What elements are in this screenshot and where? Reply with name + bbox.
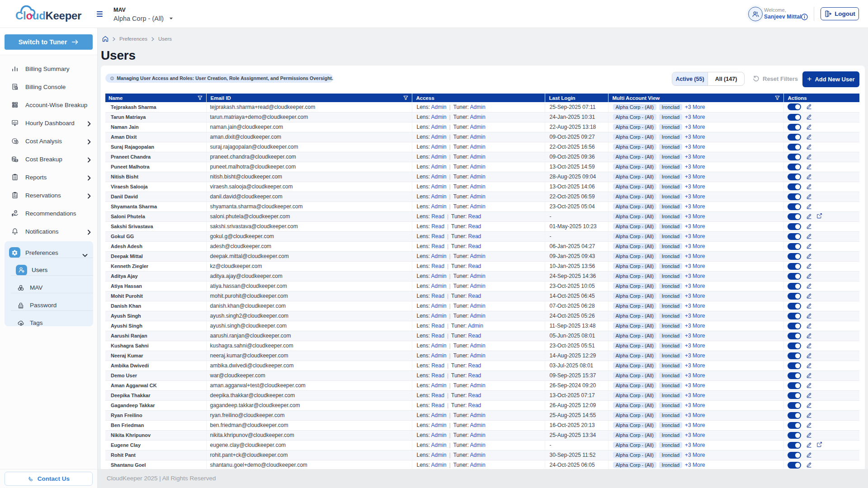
svg-text:CloudKeeper: CloudKeeper	[15, 9, 81, 22]
